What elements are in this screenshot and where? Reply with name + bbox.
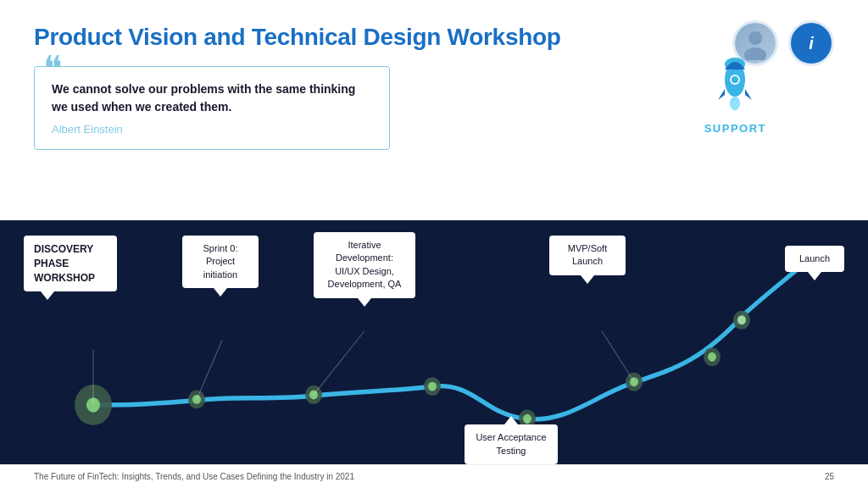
callout-uat-text: User Acceptance Testing — [476, 432, 546, 455]
svg-point-21 — [708, 352, 716, 362]
callout-uat: User Acceptance Testing — [465, 424, 558, 464]
bottom-section: DISCOVERY PHASE WORKSHOP Sprint 0: Proje… — [0, 220, 868, 488]
svg-point-19 — [630, 377, 638, 386]
footer: The Future of FinTech: Insights, Trends,… — [0, 464, 868, 488]
footer-page: 25 — [825, 472, 834, 481]
slide: Product Vision and Technical Design Work… — [0, 0, 868, 488]
callout-sprint-text: Sprint 0: Project initiation — [203, 243, 238, 280]
svg-line-25 — [197, 341, 222, 400]
footer-text: The Future of FinTech: Insights, Trends,… — [34, 472, 354, 481]
support-label: SUPPORT — [704, 122, 766, 135]
svg-point-0 — [748, 31, 762, 45]
quote-author: Albert Einstein — [52, 123, 372, 136]
svg-line-27 — [602, 331, 634, 382]
rocket-area: SUPPORT — [704, 51, 766, 135]
timeline-svg — [0, 220, 868, 488]
svg-point-23 — [737, 315, 746, 324]
callout-discovery-text: DISCOVERY PHASE WORKSHOP — [34, 243, 95, 284]
quote-box: ❝ We cannot solve our problems with the … — [34, 66, 390, 150]
callout-iterative: Iterative Development: UI/UX Design, Dev… — [314, 232, 415, 298]
callout-launch: Launch — [785, 246, 844, 272]
logo-circle: i — [788, 20, 834, 66]
svg-point-7 — [732, 101, 738, 111]
logo-icon: i — [809, 34, 814, 53]
svg-point-5 — [732, 76, 738, 83]
callout-sprint: Sprint 0: Project initiation — [182, 236, 259, 288]
quote-text: We cannot solve our problems with the sa… — [52, 80, 372, 116]
callout-iterative-text: Iterative Development: UI/UX Design, Dev… — [328, 240, 402, 289]
quote-mark: ❝ — [43, 52, 63, 87]
callout-mvp-text: MVP/Soft Launch — [568, 243, 607, 266]
svg-point-15 — [428, 382, 437, 391]
rocket-icon — [709, 51, 760, 119]
svg-line-26 — [314, 331, 364, 395]
top-section: Product Vision and Technical Design Work… — [0, 0, 868, 220]
callout-mvp: MVP/Soft Launch — [549, 236, 626, 275]
callout-discovery: DISCOVERY PHASE WORKSHOP — [24, 236, 117, 291]
callout-launch-text: Launch — [799, 253, 830, 263]
slide-title: Product Vision and Technical Design Work… — [34, 24, 834, 51]
